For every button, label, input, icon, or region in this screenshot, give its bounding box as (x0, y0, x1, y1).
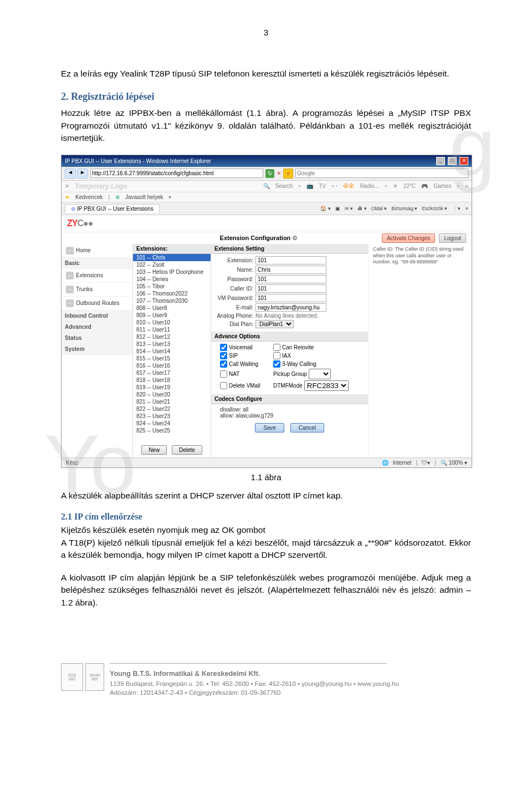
extension-item[interactable]: 103 -- Helios IP Doorphone (133, 268, 211, 276)
safety-menu[interactable]: Biztonság ▾ (391, 206, 417, 211)
page-menu[interactable]: Oldal ▾ (371, 206, 387, 211)
extension-item[interactable]: 808 -- User8 (133, 304, 211, 312)
close-button[interactable]: ✕ (459, 157, 468, 165)
sidebar-item-outbound-routes[interactable]: •Outbound Routes (62, 297, 132, 311)
toolbar-temp: 22°C (403, 183, 416, 189)
extension-item[interactable]: 102 -- Zsolt (133, 261, 211, 268)
extension-item[interactable]: 820 -- User20 (133, 391, 211, 398)
extension-item[interactable]: 107 -- Thomson2030 (133, 297, 211, 304)
temporary-logo: Temporary Logo (75, 182, 127, 190)
minimize-button[interactable]: _ (436, 157, 445, 165)
mail-icon[interactable]: ✉ ▾ (345, 206, 354, 211)
section-2-paragraph: Hozzuk létre az IPPBX-ben a mellékállomá… (61, 107, 471, 144)
sip-checkbox[interactable] (220, 352, 227, 359)
deletevmail-checkbox[interactable] (220, 382, 227, 389)
toolbar-games[interactable]: Games (433, 183, 451, 189)
iax-checkbox[interactable] (273, 352, 280, 359)
home-icon[interactable]: 🏠 ▾ (320, 206, 331, 211)
extension-item[interactable]: 819 -- User19 (133, 384, 211, 391)
name-input[interactable] (255, 266, 326, 274)
extension-item[interactable]: 813 -- User13 (133, 340, 211, 348)
callerid-input[interactable] (255, 284, 326, 293)
callwaiting-checkbox[interactable] (220, 360, 227, 368)
ext-icon: • (66, 272, 74, 279)
extension-item[interactable]: 811 -- User11 (133, 326, 211, 333)
voicemail-checkbox[interactable] (220, 344, 227, 351)
toolbar-tv[interactable]: TV (319, 183, 326, 189)
extension-item[interactable]: 821 -- User21 (133, 398, 211, 405)
intro-paragraph: Ez a leírás egy Yealink T28P típusú SIP … (61, 68, 471, 80)
nav-sidebar: •HomeBasic•Extensions•Trunks•Outbound Ro… (62, 244, 133, 457)
close-icon[interactable]: ✕ (65, 183, 69, 189)
extension-item[interactable]: 815 -- User15 (133, 355, 211, 362)
url-input[interactable] (90, 169, 263, 178)
extension-item[interactable]: 817 -- User17 (133, 369, 211, 376)
search-input[interactable] (295, 169, 468, 178)
ie-custom-toolbar: ✕ Temporary Logo 🔍Search ▾ 📺TV ▾ • ⦿⦿ Ra… (62, 181, 472, 192)
sgs-badge: SGSISO (61, 663, 83, 691)
threeway-checkbox[interactable] (273, 360, 280, 368)
section-2-heading: 2. Regisztráció lépései (61, 91, 471, 103)
dtmf-select[interactable]: RFC2833 (304, 380, 349, 391)
section-2-1-para-a: Kijelzős készülék esetén nyomjuk meg az … (61, 524, 471, 536)
sidebar-item-home[interactable]: •Home (62, 244, 132, 258)
dialplan-select[interactable]: DialPlan1 (255, 320, 294, 328)
extension-item[interactable]: 105 -- Tibor (133, 283, 211, 290)
extension-item[interactable]: 825 -- User25 (133, 427, 211, 434)
toolbar-search[interactable]: Search (275, 183, 293, 189)
extension-item[interactable]: 810 -- User10 (133, 319, 211, 326)
nat-checkbox[interactable] (220, 370, 227, 378)
password-input[interactable] (255, 275, 326, 283)
sidebar-item-extensions[interactable]: •Extensions (62, 269, 132, 283)
app-header: ZYC●● (62, 215, 472, 232)
sidebar-item-trunks[interactable]: •Trunks (62, 283, 132, 297)
extensions-header: Extensions: (133, 244, 211, 254)
maximize-button[interactable]: □ (448, 157, 457, 165)
section-2-1-heading: 2.1 IP cím ellenőrzése (61, 512, 471, 522)
pickup-select[interactable] (309, 369, 331, 379)
email-input[interactable] (255, 303, 326, 312)
toolbar-radio[interactable]: Radio... (360, 183, 378, 189)
zoom-level[interactable]: 🔍 100% ▾ (441, 460, 467, 466)
extension-item[interactable]: 101 -- Chris (133, 254, 211, 261)
forward-button[interactable]: ► (77, 169, 88, 179)
extension-item[interactable]: 104 -- Denes (133, 276, 211, 283)
browser-tab[interactable]: ⊕IP PBX GUI -- User Extensions (65, 204, 160, 213)
refresh-button[interactable]: ↻ (265, 169, 274, 178)
extension-item[interactable]: 106 -- Thomson2022 (133, 290, 211, 297)
analog-label: Analog Phone: (214, 313, 253, 319)
help-icon[interactable]: ❔▾ (452, 206, 461, 211)
back-button[interactable]: ◄ (65, 169, 76, 179)
callerid-label: Caller ID: (214, 286, 253, 292)
canreinvite-checkbox[interactable] (273, 344, 280, 351)
favorites-label[interactable]: Kedvencek (75, 194, 103, 200)
extensions-listbox[interactable]: 101 -- Chris102 -- Zsolt103 -- Helios IP… (133, 254, 211, 442)
logout-button[interactable]: Logout (439, 233, 466, 243)
activate-changes-button[interactable]: Activate Changes (382, 233, 435, 243)
sidebar-item-status: Status (62, 333, 132, 344)
footer-address: 1139 Budapest, Frangepán u. 26. • Tel: 4… (110, 679, 399, 688)
tools-menu[interactable]: Eszközök ▾ (422, 206, 447, 211)
vmpassword-input[interactable] (255, 294, 326, 302)
stop-button[interactable]: ✕ (277, 170, 281, 176)
extension-item[interactable]: 824 -- User24 (133, 420, 211, 427)
extension-item[interactable]: 818 -- User18 (133, 376, 211, 384)
feeds-icon[interactable]: ▣ (335, 206, 340, 211)
new-button[interactable]: New (141, 445, 167, 455)
save-button[interactable]: Save (255, 423, 284, 433)
extension-item[interactable]: 822 -- User22 (133, 405, 211, 413)
print-icon[interactable]: 🖶 ▾ (357, 206, 367, 211)
extension-item[interactable]: 816 -- User16 (133, 362, 211, 369)
extension-item[interactable]: 809 -- User9 (133, 312, 211, 319)
section-2-1-para-c: A kiolvasott IP cím alapján lépjünk be a… (61, 572, 471, 609)
page-number: 3 (61, 28, 471, 37)
extension-item[interactable]: 823 -- User23 (133, 413, 211, 420)
favorites-icon[interactable]: ★ (65, 194, 70, 200)
suggested-sites[interactable]: Javasolt helyek (125, 194, 163, 200)
cancel-button[interactable]: Cancel (290, 423, 324, 433)
extension-input[interactable] (255, 256, 326, 264)
trk-icon: • (66, 286, 74, 293)
delete-button[interactable]: Delete (172, 445, 202, 455)
extension-item[interactable]: 812 -- User12 (133, 333, 211, 340)
extension-item[interactable]: 814 -- User14 (133, 348, 211, 355)
